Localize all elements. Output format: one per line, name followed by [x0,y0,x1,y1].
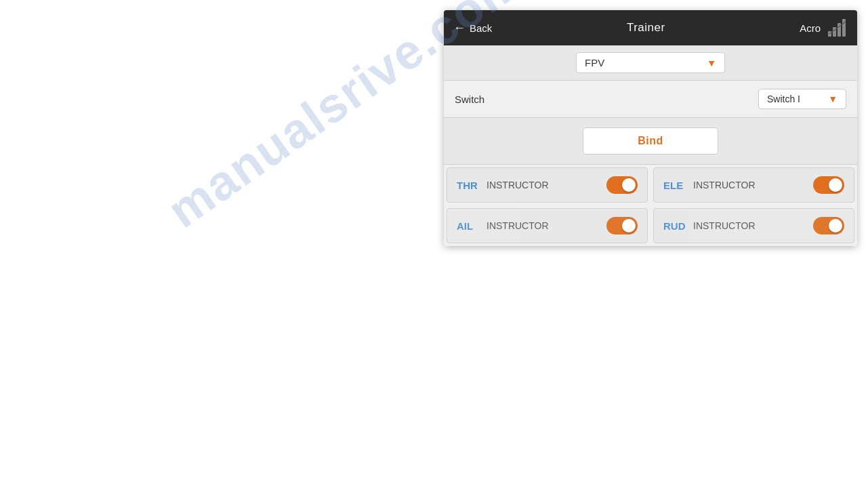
back-label: Back [470,22,492,34]
channel-ail-toggle[interactable] [606,217,638,235]
channel-rud-name: RUD [663,220,688,232]
panel-header: ← Back Trainer Acro [444,10,857,45]
switch-row: Switch Switch I ▼ [444,81,857,118]
fpv-dropdown-arrow: ▼ [707,58,716,68]
switch-selected: Switch I [767,94,800,104]
header-right: Acro [800,18,848,38]
svg-rect-1 [833,27,836,37]
back-button[interactable]: ← Back [453,21,492,35]
channel-ele: ELE INSTRUCTOR [653,167,854,203]
bind-button[interactable]: Bind [583,127,718,155]
channel-ail-name: AIL [457,220,481,232]
channel-ele-toggle[interactable] [813,176,844,194]
fpv-row: FPV ▼ [444,45,857,81]
channel-ele-mode: INSTRUCTOR [693,180,808,190]
back-arrow-icon: ← [453,21,466,35]
channel-rud-toggle[interactable] [813,217,844,235]
channel-thr: THR INSTRUCTOR [447,167,648,203]
channel-thr-toggle[interactable] [606,176,638,194]
switch-dropdown-arrow: ▼ [828,94,838,104]
channel-ail: AIL INSTRUCTOR [447,208,648,243]
channel-grid: THR INSTRUCTOR ELE INSTRUCTOR AIL INSTRU… [444,165,857,246]
trainer-panel: ← Back Trainer Acro FPV ▼ Switch [444,10,857,246]
channel-rud: RUD INSTRUCTOR [653,208,854,243]
signal-icon [827,18,848,38]
channel-thr-name: THR [457,180,481,191]
fpv-selected: FPV [585,57,604,68]
switch-label: Switch [455,94,758,105]
channel-thr-mode: INSTRUCTOR [487,180,601,190]
channel-ail-mode: INSTRUCTOR [487,220,601,231]
channel-rud-mode: INSTRUCTOR [693,220,808,231]
acro-label: Acro [800,22,821,34]
bind-row: Bind [444,118,857,165]
switch-dropdown[interactable]: Switch I ▼ [758,89,846,109]
panel-title: Trainer [492,21,800,35]
channel-ele-name: ELE [663,180,688,191]
fpv-dropdown[interactable]: FPV ▼ [576,52,725,73]
